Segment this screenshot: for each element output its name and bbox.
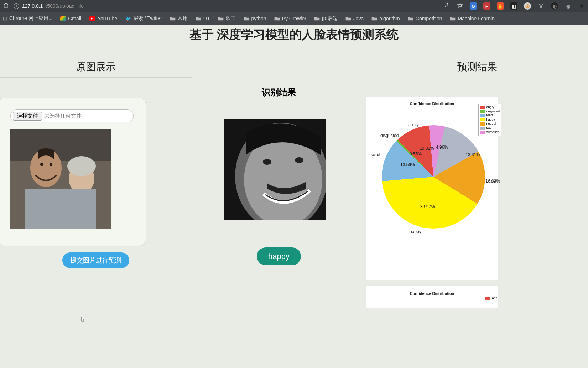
bookmark-gmail[interactable]: Gmail: [60, 16, 81, 21]
legend-row-angry: angry: [480, 105, 500, 109]
bookmark-folder-competition[interactable]: Competition: [408, 16, 442, 21]
bookmark-folder-se[interactable]: 软工: [218, 15, 236, 22]
ext-v-icon[interactable]: V: [537, 2, 545, 10]
submit-predict-button[interactable]: 提交图片进行预测: [62, 252, 129, 268]
bookmark-folder-crawler[interactable]: Py Crawler: [274, 16, 306, 21]
url-display[interactable]: i 127.0.0.1:5000/upload_file: [14, 3, 84, 9]
bookmark-star-icon[interactable]: [457, 2, 463, 10]
svg-rect-5: [25, 189, 96, 229]
ext-octo-icon[interactable]: ◐: [551, 2, 558, 10]
bookmark-twitter[interactable]: 🐦 探索 / Twitter: [125, 15, 162, 22]
legend-row-neutral: neutral: [480, 122, 500, 126]
bookmark-chrome-apps[interactable]: ⊞ Chrome 网上应用...: [3, 15, 52, 22]
pie-label-disgusted: disgusted: [380, 133, 399, 138]
url-path: :5000/upload_file: [46, 3, 84, 9]
bookmark-youtube[interactable]: ▶ YouTube: [89, 16, 117, 21]
bookmark-folder-python[interactable]: python: [244, 16, 266, 21]
ext-dark-icon[interactable]: ◧: [510, 2, 517, 10]
svg-point-12: [295, 157, 303, 163]
cursor-icon: [79, 316, 85, 324]
middle-column: 识别结果 happy: [192, 60, 366, 308]
chart-2-legend: angry: [484, 295, 498, 302]
upload-card: 选择文件 未选择任何文件: [0, 98, 146, 246]
file-input[interactable]: 选择文件 未选择任何文件: [10, 109, 134, 122]
pie-chart-card-2: Confidence Distribution angry: [366, 286, 498, 308]
ext-panda-icon[interactable]: 🐵: [524, 2, 531, 10]
site-info-icon[interactable]: i: [14, 3, 19, 9]
pie-label-angry: angry: [408, 122, 419, 127]
chart-title: Confidence Distribution: [369, 102, 495, 106]
youtube-icon: ▶: [89, 16, 95, 21]
browser-address-bar: i 127.0.0.1:5000/upload_file G ▸ ✋ ◧ 🐵 V…: [0, 0, 588, 12]
right-column: 预测结果 Confidence Distribution angry disgu…: [366, 60, 588, 308]
pct-disgusted: 0.55%: [410, 152, 422, 157]
browser-actions: G ▸ ✋ ◧ 🐵 V ◐ ◉ ✦: [444, 2, 585, 10]
file-status-text: 未选择任何文件: [44, 113, 82, 119]
bookmark-bar: ⊞ Chrome 网上应用... Gmail ▶ YouTube 🐦 探索 / …: [0, 12, 588, 25]
left-col-title: 原图展示: [0, 60, 192, 78]
divider: [0, 51, 588, 51]
svg-point-11: [263, 159, 271, 165]
home-icon[interactable]: [3, 2, 9, 10]
pie-chart: angry disgusted fearful happy ne surpris…: [382, 125, 485, 229]
pct-fearful: 13.56%: [400, 162, 415, 167]
legend-row-surprised: surprised: [480, 130, 500, 134]
svg-point-7: [50, 163, 52, 166]
legend-row-fearful: fearful: [480, 113, 500, 118]
chart-legend: angrydisgustedfearfulhappyneutralsadsurp…: [478, 104, 501, 136]
ext-puzzle-icon[interactable]: ✦: [578, 2, 585, 10]
pct-angry: 10.82%: [420, 146, 434, 151]
page-body: 基于 深度学习模型的人脸表情预测系统 原图展示 选择文件 未选择任何文件: [0, 25, 588, 368]
result-image: [224, 119, 326, 220]
svg-point-4: [67, 156, 96, 176]
pie-label-happy: happy: [410, 229, 421, 234]
ext-translate-icon[interactable]: G: [470, 2, 477, 10]
legend-row-disgusted: disgusted: [480, 109, 500, 114]
svg-point-6: [40, 163, 43, 166]
choose-file-button[interactable]: 选择文件: [13, 112, 42, 121]
bookmark-folder-ml[interactable]: Machine Learnin: [450, 16, 495, 21]
bookmark-folder-ut[interactable]: UT: [196, 16, 210, 21]
pct-happy: 39.97%: [420, 204, 435, 209]
pct-sad: 13.31%: [465, 152, 480, 157]
chart-2-title: Confidence Distribution: [369, 291, 495, 296]
svg-rect-1: [10, 129, 111, 161]
pie-chart-card: Confidence Distribution angry disgusted …: [366, 97, 498, 280]
bookmark-folder-java[interactable]: Java: [345, 16, 364, 21]
bookmark-folder-go[interactable]: go后端: [314, 15, 338, 22]
prediction-result-pill[interactable]: happy: [257, 247, 301, 265]
ext-hand-icon[interactable]: ✋: [497, 2, 504, 10]
legend-row-happy: happy: [480, 118, 500, 122]
ext-red-icon[interactable]: ▸: [483, 2, 490, 10]
gmail-icon: [60, 16, 66, 21]
uploaded-image-preview: [10, 129, 111, 229]
chrome-icon: ⊞: [3, 16, 7, 21]
pct-surprised: 4.96%: [436, 145, 448, 150]
pct-neutral: 16.83%: [485, 179, 500, 184]
bookmark-folder-algorithm[interactable]: algorithm: [371, 16, 400, 21]
url-host: 127.0.0.1: [22, 3, 43, 9]
legend-row-sad: sad: [480, 126, 500, 130]
page-title: 基于 深度学习模型的人脸表情预测系统: [0, 25, 588, 47]
twitter-icon: 🐦: [125, 16, 131, 21]
mid-card-title: 识别结果: [213, 87, 345, 102]
right-col-title: 预测结果: [366, 60, 588, 77]
ext-camera-icon[interactable]: ◉: [564, 2, 572, 10]
share-icon[interactable]: [444, 2, 451, 10]
pie-label-fearful: fearful: [368, 152, 380, 157]
bookmark-folder-common[interactable]: 常用: [170, 15, 188, 22]
left-column: 原图展示 选择文件 未选择任何文件: [0, 60, 192, 308]
